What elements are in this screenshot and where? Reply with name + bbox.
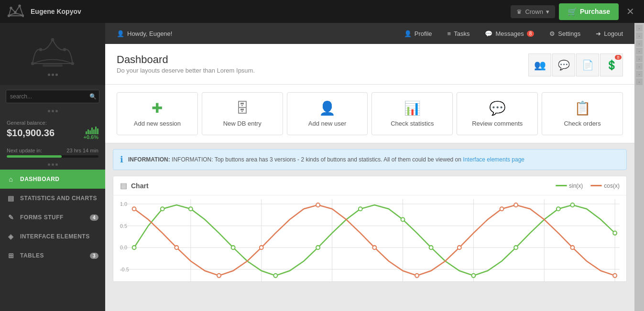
svg-text:0.0: 0.0 (120, 245, 127, 250)
chart-svg: 1.0 0.5 0.0 -0.5 (120, 199, 620, 281)
edge-item-6[interactable]: ▪ (636, 63, 643, 70)
svg-point-33 (401, 217, 405, 221)
info-link[interactable]: Interface elements page (463, 156, 524, 163)
sidebar-item-tables[interactable]: ⊞ TABLES 3 (0, 246, 105, 265)
profile-link[interactable]: 👤 Profile (400, 28, 436, 39)
settings-link[interactable]: ⚙ Settings (546, 28, 584, 39)
svg-point-2 (14, 11, 16, 13)
update-progress-fill (7, 155, 62, 158)
messages-badge: 8 (527, 31, 535, 37)
comments-icon-btn[interactable]: 💬 (552, 54, 575, 76)
svg-text:0.5: 0.5 (120, 223, 127, 229)
crown-icon: ♛ (516, 8, 522, 15)
svg-point-26 (132, 246, 136, 249)
tasks-icon: ≡ (448, 30, 451, 37)
docs-icon: 📄 (582, 59, 594, 71)
messages-link[interactable]: 💬 Messages 8 (481, 28, 538, 39)
balance-percent: +0.6% (84, 134, 99, 140)
billing-badge: 8 (615, 55, 622, 60)
new-db-button[interactable]: 🗄 New DB entry (202, 92, 283, 135)
tasks-link[interactable]: ≡ Tasks (444, 28, 474, 39)
edge-item-1[interactable]: ▪ (636, 25, 643, 32)
chart-title: Chart (131, 182, 552, 190)
dashboard-body: Dashboard Do your layouts deserve better… (105, 44, 634, 311)
legend-cos-label: cos(x) (604, 182, 620, 189)
sidebar-item-interface[interactable]: ◈ INTERFACE ELEMENTS (0, 227, 105, 246)
search-area: 🔍 (0, 85, 105, 108)
svg-text:1.0: 1.0 (120, 201, 127, 207)
svg-point-41 (175, 246, 178, 249)
svg-point-0 (8, 14, 10, 17)
purchase-button[interactable]: 🛒 Purchase (559, 3, 619, 20)
check-orders-button[interactable]: 📋 Check orders (542, 92, 623, 135)
check-stats-button[interactable]: 📊 Check statistics (371, 92, 453, 135)
settings-icon: ⚙ (549, 30, 555, 37)
billing-icon-btn[interactable]: 💲 8 (600, 54, 623, 76)
svg-point-5 (31, 62, 34, 65)
add-session-button[interactable]: ✚ Add new session (117, 92, 198, 135)
add-user-label: Add new user (308, 120, 347, 127)
profile-label: Profile (415, 30, 432, 37)
sidebar-item-dashboard[interactable]: ⌂ DASHBOARD (0, 170, 105, 189)
info-body: INFORMATION: Top buttons area has 3 vers… (172, 156, 463, 163)
review-comments-button[interactable]: 💬 Review comments (457, 92, 538, 135)
svg-point-42 (217, 274, 221, 278)
edge-item-8[interactable]: ▪ (636, 78, 643, 85)
sidebar-item-statistics[interactable]: ▤ STATISTICS AND CHARTS (0, 189, 105, 208)
cart-icon: 🛒 (568, 7, 577, 16)
logout-link[interactable]: ➜ Logout (592, 28, 627, 39)
svg-point-34 (429, 246, 433, 249)
info-bar: ℹ INFORMATION: INFORMATION: Top buttons … (113, 149, 627, 170)
balance-label: General balance: (7, 120, 98, 126)
chart-area: 1.0 0.5 0.0 -0.5 (113, 195, 626, 281)
svg-rect-10 (43, 64, 63, 66)
search-button[interactable]: 🔍 (89, 93, 97, 100)
sidebar-item-forms[interactable]: ✎ FORMS STUFF 4 (0, 208, 105, 227)
add-session-label: Add new session (134, 120, 181, 127)
edit-icon: ✎ (7, 214, 15, 221)
next-update-value: 23 hrs 14 min (66, 148, 98, 153)
legend-sin-line (556, 185, 567, 186)
close-button[interactable]: ✕ (622, 6, 638, 17)
dashboard-title-group: Dashboard Do your layouts deserve better… (117, 54, 255, 74)
info-label: INFORMATION: (128, 156, 170, 163)
username-label: Eugene Kopyov (31, 8, 511, 15)
dashboard-action-icons: 👥 💬 📄 💲 8 (528, 54, 623, 76)
edge-item-2[interactable]: ▪ (636, 32, 643, 39)
add-user-button[interactable]: 👤 Add new user (287, 92, 368, 135)
divider-dots-1 (0, 108, 105, 114)
edge-item-3[interactable]: ▪ (636, 40, 643, 47)
theme-label: Crown (525, 8, 543, 15)
edge-item-4[interactable]: ▪ (636, 48, 643, 54)
table-icon: ⊞ (7, 252, 15, 259)
right-edge-bar: ▪ ▪ ▪ ▪ ▪ ▪ ▪ ▪ (634, 23, 644, 311)
check-orders-label: Check orders (564, 120, 600, 127)
sidebar-logo-dots (48, 74, 58, 76)
edge-item-5[interactable]: ▪ (636, 55, 643, 62)
profile-icon: 👤 (404, 30, 412, 37)
theme-selector[interactable]: ♛ Crown ▾ (511, 5, 555, 18)
nav-label-interface: INTERFACE ELEMENTS (20, 233, 90, 240)
svg-point-30 (273, 274, 277, 278)
balance-chart (86, 126, 98, 134)
svg-point-50 (570, 246, 574, 249)
balance-change: +0.6% (84, 126, 99, 140)
svg-point-35 (471, 274, 475, 278)
chevron-down-icon: ▾ (546, 8, 549, 15)
sidebar-logo (0, 23, 105, 85)
next-update-label: Next update in: (7, 148, 42, 153)
content-area: 👤 Howdy, Eugene! 👤 Profile ≡ Tasks 💬 Mes… (105, 23, 634, 311)
main-layout: 🔍 General balance: $10,900.36 (0, 23, 644, 311)
logout-icon: ➜ (596, 30, 601, 37)
users-icon: 👥 (534, 59, 546, 71)
comments-icon: 💬 (558, 59, 570, 71)
docs-icon-btn[interactable]: 📄 (576, 54, 599, 76)
balance-section: General balance: $10,900.36 +0.6% (0, 114, 105, 146)
forms-badge: 4 (90, 214, 98, 221)
edge-item-7[interactable]: ▪ (636, 71, 643, 77)
review-comments-icon: 💬 (489, 100, 506, 116)
users-icon-btn[interactable]: 👥 (528, 54, 551, 76)
user-avatar-icon: 👤 (117, 30, 124, 37)
search-input[interactable] (6, 90, 99, 103)
nav-label-dashboard: DASHBOARD (20, 176, 60, 182)
